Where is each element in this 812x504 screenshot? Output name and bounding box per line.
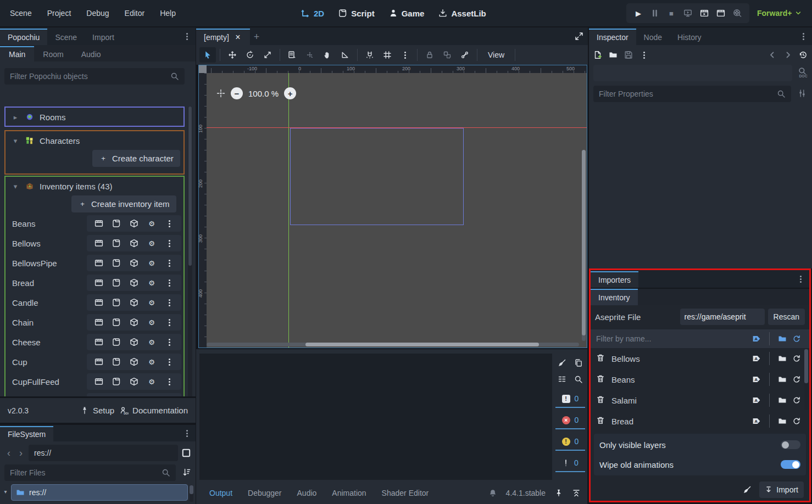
workspace-tab-game[interactable]: Game	[389, 9, 425, 18]
aseprite-badge-icon[interactable]: A	[752, 354, 761, 363]
dock-menu-icon[interactable]	[182, 429, 191, 438]
more-options-button[interactable]	[160, 338, 178, 346]
view-menu-button[interactable]: View	[481, 47, 511, 63]
more-options-button[interactable]	[160, 239, 178, 248]
scene-button[interactable]	[125, 357, 143, 366]
subtab-main[interactable]: Main	[0, 46, 34, 61]
animations-button[interactable]	[90, 239, 108, 248]
menu-item[interactable]: Editor	[119, 6, 151, 20]
smart-snap-button[interactable]	[361, 47, 378, 63]
snap-options-button[interactable]	[397, 47, 413, 63]
new-scene-tab-button[interactable]: +	[250, 29, 263, 45]
filesystem-scrollbar[interactable]	[190, 485, 193, 502]
animations-button[interactable]	[90, 259, 108, 267]
list-select-button[interactable]	[284, 47, 301, 63]
save-resource-icon[interactable]	[624, 51, 633, 59]
canvas[interactable]: − 100.0 % +	[207, 73, 587, 348]
sort-files-icon[interactable]	[182, 468, 191, 477]
animations-button[interactable]	[90, 377, 108, 386]
settings-button[interactable]: ⚙	[143, 318, 160, 327]
zoom-level[interactable]: 100.0 %	[248, 89, 279, 98]
search-output-button[interactable]	[571, 372, 586, 387]
tab-scene[interactable]: Scene	[47, 29, 85, 45]
nav-back-icon[interactable]: ‹	[4, 449, 13, 457]
scene-button[interactable]	[125, 259, 143, 267]
bottom-panel-tab[interactable]: Debugger	[241, 485, 288, 501]
script-button[interactable]	[108, 239, 125, 248]
cleanup-icon[interactable]	[743, 485, 752, 494]
aseprite-file-value[interactable]: res://game/aseprit	[680, 309, 765, 325]
close-icon[interactable]: ×	[233, 33, 242, 42]
object-history-icon[interactable]	[799, 51, 808, 59]
select-tool-button[interactable]	[199, 47, 216, 63]
animations-button[interactable]	[90, 219, 108, 228]
settings-button[interactable]: ⚙	[143, 357, 160, 366]
settings-button[interactable]: ⚙	[143, 377, 160, 386]
script-button[interactable]	[108, 298, 125, 307]
nav-forward-icon[interactable]: ›	[16, 449, 25, 457]
bottom-panel-tab[interactable]: Output	[203, 485, 239, 501]
browse-file-button[interactable]	[775, 354, 789, 363]
settings-button[interactable]: ⚙	[143, 278, 160, 287]
scale-tool-button[interactable]	[259, 47, 276, 63]
more-options-button[interactable]	[160, 298, 178, 307]
dock-menu-icon[interactable]	[799, 32, 808, 41]
import-button[interactable]: Import	[759, 481, 804, 498]
scene-button[interactable]	[125, 278, 143, 287]
animations-button[interactable]	[90, 338, 108, 346]
play-custom-scene-button[interactable]	[716, 9, 725, 18]
subtab-room[interactable]: Room	[34, 46, 72, 61]
notifications-bell-icon[interactable]	[488, 489, 497, 497]
canvas-v-scrollbar[interactable]	[582, 150, 586, 341]
aseprite-badge-icon[interactable]: A	[752, 375, 761, 384]
lock-button[interactable]	[421, 47, 438, 63]
position-select-button[interactable]	[302, 47, 318, 63]
tab-popochiu[interactable]: Popochiu	[0, 29, 47, 45]
menu-item[interactable]: Debug	[81, 6, 114, 20]
renderer-selector[interactable]: Forward+	[757, 0, 802, 26]
more-options-button[interactable]	[160, 357, 178, 366]
search-docs-icon[interactable]: DOC	[797, 67, 808, 78]
pan-tool-button[interactable]	[319, 47, 336, 63]
scene-button[interactable]	[125, 219, 143, 228]
browse-file-button[interactable]	[775, 417, 789, 425]
engine-version[interactable]: 4.4.1.stable	[506, 489, 546, 497]
tab-importers[interactable]: Importers	[591, 271, 638, 288]
pause-button[interactable]	[650, 9, 659, 18]
remove-entry-button[interactable]	[596, 374, 605, 385]
reimport-file-button[interactable]	[789, 375, 804, 384]
subtab-audio[interactable]: Audio	[73, 46, 110, 61]
aseprite-badge-icon[interactable]: A	[752, 396, 761, 405]
aseprite-badge-icon[interactable]: A	[752, 334, 761, 343]
script-button[interactable]	[108, 219, 125, 228]
move-tool-button[interactable]	[224, 47, 241, 63]
clear-output-button[interactable]	[555, 356, 569, 370]
rescan-button[interactable]: Rescan	[768, 309, 805, 325]
script-button[interactable]	[108, 357, 125, 366]
collapse-output-button[interactable]	[555, 372, 569, 387]
group-button[interactable]	[439, 47, 455, 63]
edits-counter[interactable]: 0	[555, 455, 585, 472]
documentation-button[interactable]: DOC Documentation	[120, 406, 188, 415]
tab-import[interactable]: Import	[85, 29, 122, 45]
scene-button[interactable]	[125, 298, 143, 307]
dock-menu-icon[interactable]	[182, 32, 191, 41]
subtab-inventory[interactable]: Inventory	[591, 289, 638, 305]
toggle[interactable]	[781, 460, 800, 469]
popochiu-scrollbar[interactable]	[188, 107, 192, 412]
rooms-group-header[interactable]: ▸ Rooms	[5, 108, 183, 126]
split-mode-icon[interactable]	[181, 448, 191, 458]
pin-panel-icon[interactable]	[554, 489, 563, 497]
history-back-icon[interactable]	[768, 51, 777, 59]
settings-button[interactable]: ⚙	[143, 259, 160, 267]
inspector-filter-input[interactable]: Filter Properties	[593, 86, 791, 102]
history-forward-icon[interactable]	[783, 51, 792, 59]
bottom-panel-tab[interactable]: Shader Editor	[375, 485, 436, 501]
bottom-panel-tab[interactable]: Animation	[325, 485, 372, 501]
play-button[interactable]: ▶	[634, 9, 643, 18]
create-character-button[interactable]: + Create character	[92, 150, 180, 167]
rotate-tool-button[interactable]	[242, 47, 258, 63]
new-resource-icon[interactable]	[593, 51, 602, 59]
reimport-file-button[interactable]	[789, 417, 804, 425]
toggle[interactable]	[781, 440, 800, 449]
